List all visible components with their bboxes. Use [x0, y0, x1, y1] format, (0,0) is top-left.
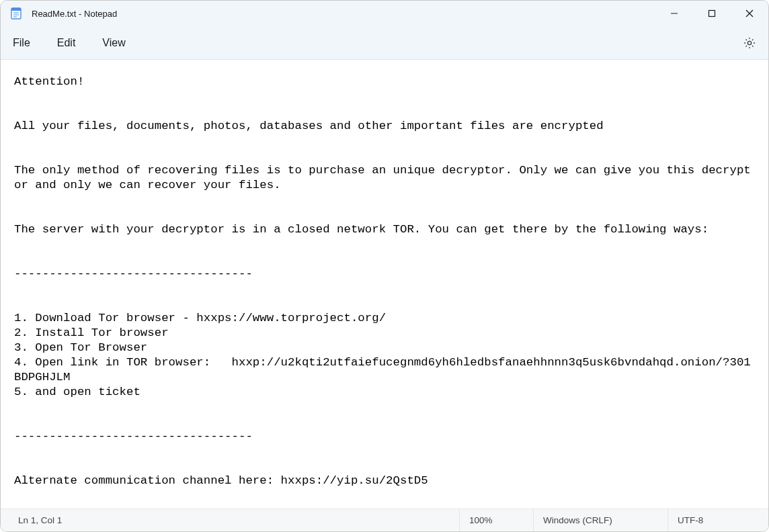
menu-file[interactable]: File [13, 37, 30, 49]
settings-icon[interactable] [743, 36, 756, 50]
status-encoding: UTF-8 [667, 509, 768, 531]
statusbar-spacer [71, 509, 459, 531]
svg-point-9 [747, 41, 751, 44]
minimize-button[interactable] [655, 1, 693, 26]
text-editor-content[interactable]: Attention! All your files, documents, ph… [1, 60, 768, 508]
menubar: File Edit View [1, 26, 768, 60]
maximize-button[interactable] [693, 1, 731, 26]
window-controls [655, 1, 768, 26]
notepad-app-icon [10, 7, 22, 19]
status-zoom[interactable]: 100% [459, 509, 533, 531]
close-button[interactable] [731, 1, 768, 26]
titlebar: ReadMe.txt - Notepad [1, 1, 768, 26]
window-title: ReadMe.txt - Notepad [32, 9, 117, 19]
menu-edit[interactable]: Edit [57, 37, 76, 49]
menu-view[interactable]: View [102, 37, 125, 49]
statusbar: Ln 1, Col 1 100% Windows (CRLF) UTF-8 [1, 508, 768, 531]
svg-rect-1 [11, 8, 21, 11]
status-line-ending: Windows (CRLF) [533, 509, 667, 531]
svg-rect-6 [709, 11, 715, 17]
status-cursor-position: Ln 1, Col 1 [1, 509, 71, 531]
